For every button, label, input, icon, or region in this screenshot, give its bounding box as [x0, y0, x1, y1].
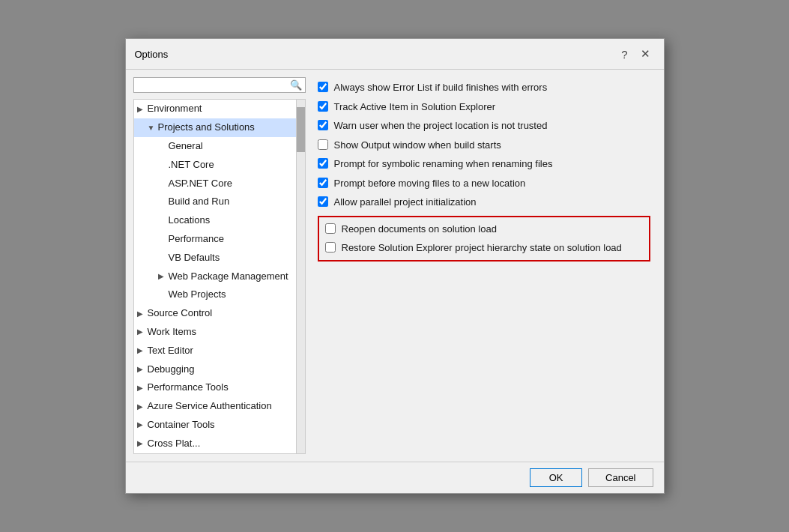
tree-panel: EnvironmentProjects and SolutionsGeneral…	[133, 99, 306, 453]
option-item-allow-parallel: Allow parallel project initialization	[318, 195, 650, 210]
option-item-reopen-documents: Reopen documents on solution load	[325, 222, 643, 237]
tree-arrow-azure-service-authentication	[137, 401, 148, 413]
tree-label-container-tools: Container Tools	[148, 417, 293, 433]
tree-item-azure-service-authentication[interactable]: Azure Service Authentication	[134, 397, 296, 416]
option-item-track-active-item: Track Active Item in Solution Explorer	[318, 100, 650, 115]
option-label-prompt-before-moving: Prompt before moving files to a new loca…	[334, 176, 526, 191]
highlight-box: Reopen documents on solution loadRestore…	[318, 216, 650, 262]
option-label-restore-solution-explorer: Restore Solution Explorer project hierar…	[342, 241, 622, 256]
tree-item-web-package-management[interactable]: Web Package Management	[134, 267, 296, 286]
tree-item-build-and-run[interactable]: Build and Run	[134, 193, 296, 211]
tree-arrow-source-control	[137, 308, 148, 320]
tree-label-work-items: Work Items	[148, 324, 293, 340]
close-button[interactable]: ✕	[637, 45, 655, 63]
dialog-footer: OK Cancel	[126, 462, 664, 493]
tree-label-projects-and-solutions: Projects and Solutions	[158, 120, 293, 136]
tree-item-performance-tools[interactable]: Performance Tools	[134, 378, 296, 397]
ok-button[interactable]: OK	[530, 468, 582, 487]
tree-label-net-core: .NET Core	[169, 157, 293, 173]
tree-item-asp-net-core[interactable]: ASP.NET Core	[134, 175, 296, 193]
option-label-track-active-item: Track Active Item in Solution Explorer	[334, 100, 496, 115]
checkbox-prompt-symbolic-renaming[interactable]	[318, 158, 328, 169]
tree-label-source-control: Source Control	[148, 306, 293, 321]
tree-label-azure-service-authentication: Azure Service Authentication	[148, 399, 293, 414]
scroll-thumb[interactable]	[297, 107, 305, 152]
tree-item-web-projects[interactable]: Web Projects	[134, 285, 296, 304]
tree-arrow-projects-and-solutions	[148, 122, 158, 134]
right-panel: Always show Error List if build finishes…	[312, 77, 656, 453]
tree-arrow-debugging	[137, 363, 148, 375]
search-box[interactable]: 🔍	[133, 77, 306, 93]
checkbox-prompt-before-moving[interactable]	[318, 178, 328, 188]
tree-item-general[interactable]: General	[134, 137, 296, 156]
tree-label-cross-platform: Cross Plat...	[148, 436, 293, 452]
checkbox-track-active-item[interactable]	[318, 101, 328, 112]
cancel-button[interactable]: Cancel	[588, 468, 653, 487]
tree-arrow-web-package-management	[158, 270, 169, 282]
tree-label-build-and-run: Build and Run	[169, 194, 293, 210]
tree-item-source-control[interactable]: Source Control	[134, 304, 296, 323]
tree-label-locations: Locations	[169, 213, 293, 229]
tree-scroll[interactable]: EnvironmentProjects and SolutionsGeneral…	[134, 100, 296, 453]
dialog-title: Options	[135, 49, 169, 60]
checkbox-allow-parallel[interactable]	[318, 196, 328, 207]
tree-item-environment[interactable]: Environment	[134, 100, 296, 118]
tree-item-net-core[interactable]: .NET Core	[134, 156, 296, 175]
tree-item-performance[interactable]: Performance	[134, 230, 296, 249]
tree-label-web-package-management: Web Package Management	[169, 269, 293, 285]
tree-label-performance: Performance	[169, 232, 293, 247]
checkbox-reopen-documents[interactable]	[325, 223, 336, 234]
search-input[interactable]	[137, 79, 290, 91]
checkbox-restore-solution-explorer[interactable]	[325, 242, 336, 253]
tree-item-locations[interactable]: Locations	[134, 211, 296, 230]
tree-label-web-projects: Web Projects	[169, 287, 293, 303]
tree-arrow-container-tools	[137, 419, 148, 431]
option-item-restore-solution-explorer: Restore Solution Explorer project hierar…	[325, 241, 643, 256]
checkbox-show-output-window[interactable]	[318, 139, 328, 150]
option-item-show-output-window: Show Output window when build starts	[318, 138, 650, 153]
tree-item-text-editor[interactable]: Text Editor	[134, 342, 296, 360]
tree-label-performance-tools: Performance Tools	[148, 380, 293, 396]
checkbox-warn-user[interactable]	[318, 120, 328, 130]
options-list: Always show Error List if build finishes…	[318, 80, 650, 262]
scrollbar[interactable]	[296, 100, 305, 453]
tree-arrow-text-editor	[137, 345, 148, 357]
checkbox-always-show-error-list[interactable]	[318, 82, 328, 92]
help-button[interactable]: ?	[616, 45, 634, 63]
dialog-body: 🔍 EnvironmentProjects and SolutionsGener…	[126, 70, 664, 461]
tree-item-cross-platform[interactable]: Cross Plat...	[134, 435, 296, 453]
tree-label-debugging: Debugging	[148, 362, 293, 378]
tree-arrow-performance-tools	[137, 382, 148, 394]
option-label-warn-user: Warn user when the project location is n…	[334, 118, 548, 133]
option-label-reopen-documents: Reopen documents on solution load	[342, 222, 497, 237]
tree-item-container-tools[interactable]: Container Tools	[134, 416, 296, 435]
option-label-prompt-symbolic-renaming: Prompt for symbolic renaming when renami…	[334, 157, 553, 172]
tree-item-vb-defaults[interactable]: VB Defaults	[134, 249, 296, 267]
tree-arrow-work-items	[137, 326, 148, 338]
tree-label-environment: Environment	[148, 101, 293, 117]
tree-item-work-items[interactable]: Work Items	[134, 323, 296, 342]
option-item-always-show-error-list: Always show Error List if build finishes…	[318, 80, 650, 95]
option-label-show-output-window: Show Output window when build starts	[334, 138, 501, 153]
search-icon: 🔍	[290, 79, 302, 91]
option-item-prompt-before-moving: Prompt before moving files to a new loca…	[318, 176, 650, 191]
tree-item-debugging[interactable]: Debugging	[134, 360, 296, 379]
option-item-prompt-symbolic-renaming: Prompt for symbolic renaming when renami…	[318, 157, 650, 172]
tree-label-general: General	[169, 139, 293, 154]
tree-label-text-editor: Text Editor	[148, 343, 293, 359]
option-item-warn-user: Warn user when the project location is n…	[318, 118, 650, 133]
left-panel: 🔍 EnvironmentProjects and SolutionsGener…	[133, 77, 306, 453]
tree-item-projects-and-solutions[interactable]: Projects and Solutions	[134, 118, 296, 137]
tree-label-vb-defaults: VB Defaults	[169, 250, 293, 266]
title-bar: Options ? ✕	[126, 39, 664, 70]
tree-arrow-environment	[137, 103, 148, 115]
option-label-allow-parallel: Allow parallel project initialization	[334, 195, 477, 210]
tree-arrow-cross-platform	[137, 438, 148, 450]
tree-label-asp-net-core: ASP.NET Core	[169, 176, 293, 192]
title-bar-controls: ? ✕	[616, 45, 655, 63]
options-dialog: Options ? ✕ 🔍 EnvironmentProjects and So…	[125, 38, 665, 493]
option-label-always-show-error-list: Always show Error List if build finishes…	[334, 80, 548, 95]
